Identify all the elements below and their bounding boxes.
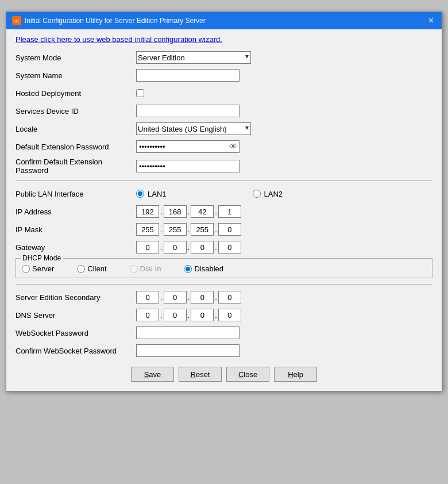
- lan2-radio[interactable]: [253, 190, 261, 198]
- locale-select-wrapper: United States (US English) United Kingdo…: [136, 122, 251, 135]
- ip-mask-oct1[interactable]: [136, 223, 159, 236]
- close-label: Close: [238, 370, 257, 379]
- dns-oct4[interactable]: [218, 309, 241, 321]
- ip-address-oct1[interactable]: 192: [136, 205, 159, 218]
- dns-dot-3: .: [214, 311, 218, 320]
- ip-mask-dot-1: .: [159, 225, 164, 234]
- system-name-input[interactable]: [136, 69, 240, 82]
- dhcp-disabled-radio[interactable]: [184, 265, 192, 273]
- help-button[interactable]: Help: [274, 367, 317, 382]
- hosted-deployment-checkbox[interactable]: [136, 89, 144, 97]
- system-mode-label: System Mode: [16, 53, 136, 62]
- sec-oct2[interactable]: [164, 291, 187, 304]
- reset-button[interactable]: Reset: [179, 367, 222, 382]
- server-edition-secondary-fields: . . .: [136, 291, 241, 304]
- services-device-id-input[interactable]: [136, 105, 240, 117]
- default-ext-password-input[interactable]: [136, 140, 240, 153]
- dhcp-server-label: Server: [32, 264, 54, 273]
- locale-select[interactable]: United States (US English) United Kingdo…: [136, 122, 251, 135]
- public-lan-row: Public LAN Interface LAN1 LAN2: [16, 187, 432, 201]
- default-ext-password-wrapper: 👁: [136, 140, 240, 153]
- divider-1: [16, 180, 432, 181]
- ip-mask-label: IP Mask: [16, 225, 136, 234]
- dns-oct3[interactable]: [191, 309, 214, 321]
- dhcp-client-label: Client: [87, 264, 106, 273]
- confirm-ext-password-label: Confirm Default Extension Password: [16, 158, 136, 175]
- lan2-label: LAN2: [264, 190, 283, 198]
- gateway-oct1[interactable]: [136, 241, 159, 253]
- ip-mask-oct2[interactable]: [164, 223, 187, 236]
- dhcp-dial-in-radio[interactable]: [130, 265, 138, 273]
- lan1-radio[interactable]: [136, 190, 144, 198]
- services-device-id-row: Services Device ID: [16, 104, 432, 118]
- dhcp-client-option: Client: [77, 264, 106, 273]
- sec-oct1[interactable]: [136, 291, 159, 304]
- title-bar-left: IC Initial Configuration Utility for Ser…: [12, 16, 206, 25]
- system-mode-select-wrapper: Server Edition IP Office Basic Edition: [136, 51, 251, 64]
- lan2-option: LAN2: [253, 190, 295, 198]
- window-close-button[interactable]: ×: [426, 16, 436, 25]
- ip-address-row: IP Address 192 . 168 . 42 . 1: [16, 205, 432, 218]
- buttons-row: Save Reset Close Help: [16, 367, 432, 382]
- dns-oct1[interactable]: [136, 309, 159, 321]
- gateway-oct3[interactable]: [191, 241, 214, 253]
- confirm-ext-password-row: Confirm Default Extension Password: [16, 158, 432, 175]
- ip-address-oct2[interactable]: 168: [164, 205, 187, 218]
- dhcp-section: DHCP Mode Server Client Dial In Disabled: [16, 258, 432, 278]
- sec-oct4[interactable]: [218, 291, 241, 304]
- title-bar: IC Initial Configuration Utility for Ser…: [6, 12, 442, 29]
- dns-server-label: DNS Server: [16, 311, 136, 320]
- save-button[interactable]: Save: [131, 367, 174, 382]
- sec-oct3[interactable]: [191, 291, 214, 304]
- ip-address-label: IP Address: [16, 208, 136, 216]
- ip-address-oct3[interactable]: 42: [191, 205, 214, 218]
- hosted-deployment-row: Hosted Deployment: [16, 86, 432, 100]
- main-window: IC Initial Configuration Utility for Ser…: [6, 11, 442, 391]
- gateway-dot-3: .: [214, 243, 218, 252]
- ip-mask-fields: . . .: [136, 223, 241, 236]
- default-ext-password-label: Default Extension Password: [16, 143, 136, 151]
- gateway-dot-2: .: [187, 243, 191, 252]
- sec-dot-3: .: [214, 293, 218, 302]
- show-password-icon[interactable]: 👁: [229, 142, 237, 151]
- ip-mask-oct4[interactable]: [218, 223, 241, 236]
- confirm-websocket-password-input[interactable]: [136, 344, 240, 357]
- window-title: Initial Configuration Utility for Server…: [25, 17, 206, 25]
- wizard-link[interactable]: Please click here to use web based initi…: [16, 35, 432, 44]
- dhcp-dial-in-label: Dial In: [140, 264, 161, 273]
- public-lan-label: Public LAN Interface: [16, 190, 136, 198]
- sec-dot-1: .: [159, 293, 164, 302]
- lan1-option: LAN1: [136, 190, 178, 198]
- confirm-ext-password-input[interactable]: [136, 160, 240, 172]
- gateway-oct4[interactable]: [218, 241, 241, 253]
- reset-underline: R: [191, 370, 196, 379]
- dhcp-disabled-option: Disabled: [184, 264, 223, 273]
- close-underline: C: [238, 370, 244, 379]
- divider-2: [16, 284, 432, 285]
- dns-dot-1: .: [159, 311, 164, 320]
- dhcp-mode-label: DHCP Mode: [21, 254, 63, 262]
- ip-dot-3: .: [214, 208, 218, 216]
- close-button[interactable]: Close: [226, 367, 269, 382]
- help-label: Help: [288, 370, 303, 379]
- gateway-oct2[interactable]: [164, 241, 187, 253]
- dhcp-options-group: Server Client Dial In Disabled: [22, 264, 426, 273]
- dhcp-server-radio[interactable]: [22, 265, 30, 273]
- app-icon: IC: [12, 16, 21, 25]
- ip-mask-oct3[interactable]: [191, 223, 214, 236]
- system-mode-select[interactable]: Server Edition IP Office Basic Edition: [136, 51, 251, 64]
- system-mode-row: System Mode Server Edition IP Office Bas…: [16, 51, 432, 64]
- ip-mask-dot-2: .: [187, 225, 191, 234]
- dhcp-client-radio[interactable]: [77, 265, 85, 273]
- locale-row: Locale United States (US English) United…: [16, 122, 432, 136]
- websocket-password-input[interactable]: [136, 326, 240, 339]
- confirm-websocket-password-label: Confirm WebSocket Password: [16, 347, 136, 355]
- locale-label: Locale: [16, 125, 136, 133]
- ip-address-fields: 192 . 168 . 42 . 1: [136, 205, 241, 218]
- ip-address-oct4[interactable]: 1: [218, 205, 241, 218]
- gateway-fields: . . .: [136, 241, 241, 253]
- reset-label: Reset: [191, 370, 210, 379]
- dns-oct2[interactable]: [164, 309, 187, 321]
- save-label: Save: [144, 370, 161, 379]
- dns-server-fields: . . .: [136, 309, 241, 321]
